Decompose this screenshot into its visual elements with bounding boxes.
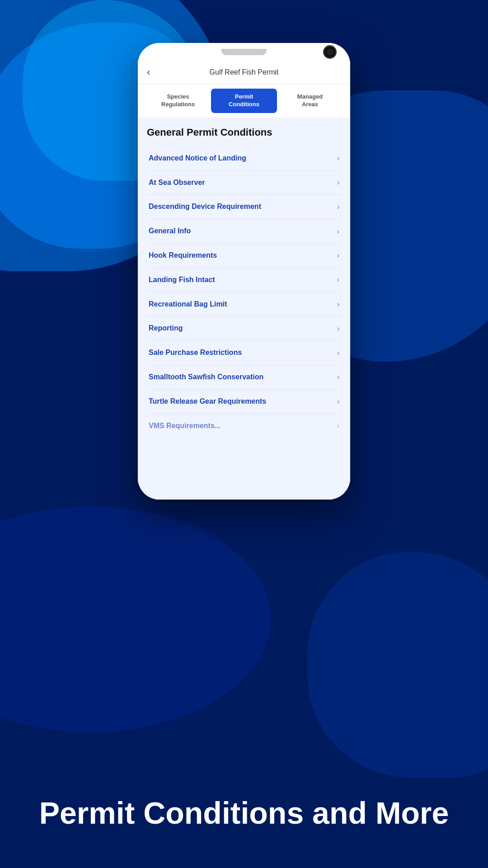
tab-managed-areas[interactable]: Managed Areas [277,89,343,113]
content-area: General Permit Conditions Advanced Notic… [138,118,350,500]
list-item-label: Advanced Notice of Landing [149,154,337,163]
list-item[interactable]: At Sea Observer › [147,171,341,195]
chevron-right-icon: › [337,422,339,430]
list-item[interactable]: Hook Requirements › [147,244,341,268]
phone-mockup: ‹ Gulf Reef Fish Permit Species Regulati… [138,43,350,500]
phone-screen: ‹ Gulf Reef Fish Permit Species Regulati… [138,43,350,500]
phone-notch [221,49,267,55]
list-item[interactable]: Descending Device Requirement › [147,195,341,219]
chevron-right-icon: › [337,154,339,162]
list-item[interactable]: Landing Fish Intact › [147,268,341,292]
list-item-label: Hook Requirements [149,251,337,260]
chevron-right-icon: › [337,373,339,381]
app-content: ‹ Gulf Reef Fish Permit Species Regulati… [138,61,350,500]
list-item-label: General Info [149,226,337,236]
list-item-label: Landing Fish Intact [149,275,337,285]
list-item[interactable]: Smalltooth Sawfish Conservation › [147,365,341,390]
list-item-label: Recreational Bag Limit [149,300,337,309]
chevron-right-icon: › [337,276,339,284]
chevron-right-icon: › [337,179,339,187]
back-button[interactable]: ‹ [147,66,150,78]
section-title: General Permit Conditions [147,127,341,138]
list-item-label: At Sea Observer [149,178,337,188]
list-item-label: Turtle Release Gear Requirements [149,397,337,406]
chevron-right-icon: › [337,325,339,333]
list-item[interactable]: Turtle Release Gear Requirements › [147,390,341,414]
list-item-label: Reporting [149,324,337,333]
chevron-right-icon: › [337,300,339,308]
tagline-section: Permit Conditions and More [0,768,488,868]
list-item-label: Descending Device Requirement [149,202,337,212]
chevron-right-icon: › [337,251,339,259]
chevron-right-icon: › [337,397,339,406]
phone-top-bar [138,43,350,61]
chevron-right-icon: › [337,227,339,236]
list-item[interactable]: Recreational Bag Limit › [147,292,341,317]
tab-species-regulations[interactable]: Species Regulations [145,89,211,113]
chevron-right-icon: › [337,349,339,357]
phone-camera [323,45,337,59]
tagline-text: Permit Conditions and More [36,795,452,832]
page-title: Gulf Reef Fish Permit [210,68,279,76]
list-item-label: Sale Purchase Restrictions [149,348,337,358]
list-item[interactable]: Sale Purchase Restrictions › [147,341,341,365]
list-item[interactable]: Reporting › [147,316,341,341]
list-item[interactable]: General Info › [147,219,341,244]
list-item-label: Smalltooth Sawfish Conservation [149,373,337,382]
tab-bar: Species Regulations Permit Conditions Ma… [138,84,350,118]
chevron-right-icon: › [337,203,339,211]
tab-permit-conditions[interactable]: Permit Conditions [211,89,277,113]
list-item[interactable]: Advanced Notice of Landing › [147,146,341,171]
list-item-label: VMS Requirements... [149,421,337,431]
app-header: ‹ Gulf Reef Fish Permit [138,61,350,84]
list-item[interactable]: VMS Requirements... › [147,414,341,438]
